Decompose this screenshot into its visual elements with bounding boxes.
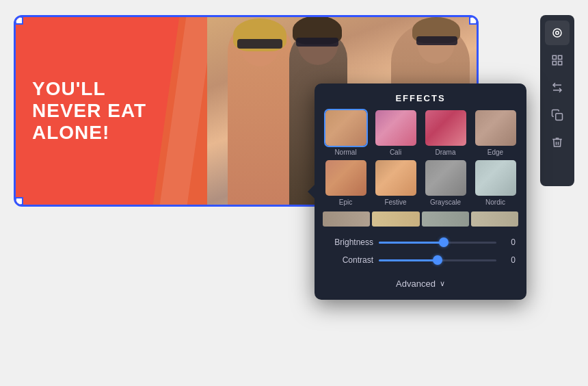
effect-drama[interactable]: Drama <box>423 110 468 156</box>
brightness-value: 0 <box>502 237 516 247</box>
svg-point-1 <box>556 31 559 35</box>
banner-text: YOU'LLNEVER EATALONE! <box>32 78 146 144</box>
svg-point-0 <box>553 29 561 37</box>
effects-grid: Normal Cali Drama Edge <box>315 110 526 211</box>
slider-section: Brightness 0 Contrast 0 <box>315 235 526 276</box>
effect-normal-thumb <box>325 110 366 146</box>
brightness-fill <box>379 242 444 244</box>
svg-rect-3 <box>559 55 562 59</box>
brightness-thumb[interactable] <box>439 237 449 247</box>
corner-bl <box>15 197 23 205</box>
effects-panel: EFFECTS Normal Cali Dr <box>315 83 526 300</box>
svg-rect-4 <box>552 62 556 65</box>
filmstrip-item-2[interactable] <box>372 211 419 227</box>
filmstrip-item-4[interactable] <box>471 211 518 227</box>
brightness-track[interactable] <box>379 242 496 244</box>
contrast-value: 0 <box>502 255 516 265</box>
corner-tl <box>15 16 23 25</box>
effect-festive-thumb <box>375 160 416 196</box>
brightness-label: Brightness <box>325 237 373 247</box>
effect-nordic-label: Nordic <box>485 198 505 206</box>
delete-toolbar-btn[interactable] <box>545 130 570 155</box>
effect-edge[interactable]: Edge <box>472 110 518 156</box>
effect-epic[interactable]: Epic <box>323 160 369 206</box>
effect-normal[interactable]: Normal <box>323 110 369 156</box>
copy-toolbar-btn[interactable] <box>545 103 570 127</box>
filmstrip-row <box>315 211 526 235</box>
svg-rect-5 <box>559 62 562 65</box>
effect-cali-thumb <box>375 110 416 146</box>
effect-cali-label: Cali <box>390 149 401 156</box>
filmstrip-item-1[interactable] <box>323 211 370 227</box>
panel-arrow <box>308 185 315 198</box>
effects-toolbar-btn[interactable] <box>545 21 570 45</box>
contrast-thumb[interactable] <box>433 255 442 265</box>
corner-tr <box>469 16 477 25</box>
filmstrip-item-3[interactable] <box>422 211 469 227</box>
effect-grayscale-label: Grayscale <box>430 198 461 206</box>
chevron-down-icon: ∨ <box>440 279 445 288</box>
effect-grayscale-thumb <box>425 160 466 196</box>
effect-epic-label: Epic <box>339 198 352 206</box>
effect-edge-thumb <box>475 110 516 146</box>
effect-cali[interactable]: Cali <box>373 110 418 156</box>
effect-drama-thumb <box>425 110 466 146</box>
grid-toolbar-btn[interactable] <box>545 48 570 73</box>
contrast-track[interactable] <box>379 259 496 261</box>
effect-edge-label: Edge <box>487 149 503 156</box>
svg-rect-2 <box>552 55 556 59</box>
banner-left: YOU'LLNEVER EATALONE! <box>16 17 207 205</box>
main-container: YOU'LLNEVER EATALONE! <box>14 15 574 371</box>
contrast-label: Contrast <box>325 255 373 265</box>
advanced-row[interactable]: Advanced ∨ <box>315 276 526 289</box>
contrast-fill <box>379 259 438 261</box>
effect-nordic-thumb <box>475 160 516 196</box>
effect-nordic[interactable]: Nordic <box>472 160 518 206</box>
effect-grayscale[interactable]: Grayscale <box>423 160 468 206</box>
effect-normal-label: Normal <box>334 149 356 156</box>
effect-epic-thumb <box>325 160 366 196</box>
effect-drama-label: Drama <box>435 149 455 156</box>
brightness-row: Brightness 0 <box>325 237 516 247</box>
svg-rect-6 <box>556 114 563 120</box>
advanced-label: Advanced <box>396 279 436 289</box>
effects-panel-title: EFFECTS <box>315 83 526 110</box>
contrast-row: Contrast 0 <box>325 255 516 265</box>
effect-festive[interactable]: Festive <box>373 160 418 206</box>
effect-festive-label: Festive <box>384 198 406 206</box>
flip-toolbar-btn[interactable] <box>545 75 570 100</box>
right-toolbar <box>540 15 574 186</box>
